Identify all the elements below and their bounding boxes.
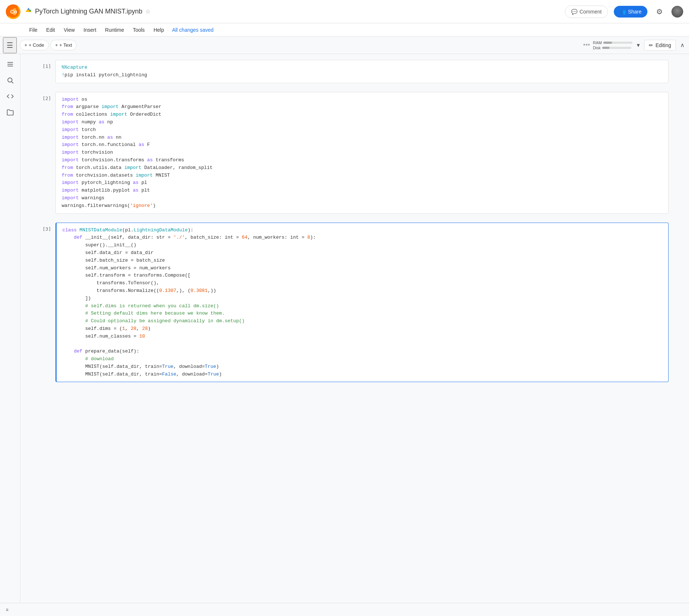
- code-line: transforms.Normalize((0.1307,), (0.3081,…: [62, 287, 662, 295]
- ram-progress-fill: [603, 42, 612, 44]
- avatar[interactable]: [671, 6, 683, 18]
- comment-icon: 💬: [571, 9, 577, 15]
- add-text-label: + Text: [59, 42, 72, 48]
- code-line: transforms.ToTensor(),: [62, 280, 662, 287]
- layout: [1] %%capture !pip install pytorch_light…: [0, 54, 689, 616]
- menu-runtime[interactable]: Runtime: [101, 26, 128, 34]
- sidebar-code-icon[interactable]: [3, 89, 18, 104]
- code-line: # Could optionally be assigned dynamical…: [62, 317, 662, 325]
- comment-button[interactable]: 💬 Comment: [565, 5, 608, 18]
- code-line: self.data_dir = data_dir: [62, 249, 662, 257]
- cell-3-content[interactable]: class MNISTDataModule(pl.LightningDataMo…: [55, 223, 669, 382]
- share-label: Share: [628, 9, 642, 15]
- expand-ram-button[interactable]: ▾: [635, 40, 641, 50]
- dots-icon: •••: [583, 41, 590, 49]
- all-changes-saved: All changes saved: [172, 27, 213, 33]
- plus-code-icon: +: [24, 42, 27, 48]
- notebook-area: [1] %%capture !pip install pytorch_light…: [26, 54, 683, 391]
- code-line: # Setting default dims here because we k…: [62, 310, 662, 317]
- code-line: import torchvision: [62, 149, 662, 157]
- menu-file[interactable]: File: [26, 26, 41, 34]
- cell-1: [1] %%capture !pip install pytorch_light…: [41, 60, 669, 83]
- code-line: self.batch_size = batch_size: [62, 257, 662, 265]
- logo-circle: Co: [6, 4, 20, 19]
- code-line: [62, 340, 662, 348]
- cell-2: [2] import os from argparse import Argum…: [41, 92, 669, 214]
- menu-insert[interactable]: Insert: [80, 26, 100, 34]
- code-line: super().__init__(): [62, 242, 662, 249]
- menu-tools[interactable]: Tools: [129, 26, 149, 34]
- add-text-button[interactable]: + + Text: [50, 40, 77, 50]
- sidebar-files-icon[interactable]: [3, 105, 18, 120]
- code-line: import warnings: [62, 195, 662, 202]
- sidebar-toc-icon[interactable]: [3, 57, 18, 72]
- cell-separator-1: [41, 86, 669, 92]
- svg-text:Co: Co: [10, 9, 17, 15]
- code-line: self.num_workers = num_workers: [62, 265, 662, 272]
- svg-point-7: [8, 78, 12, 82]
- cell-3-number: [3]: [41, 223, 55, 232]
- code-line: MNIST(self.data_dir, train=False, downlo…: [62, 371, 662, 378]
- disk-progress-fill: [602, 47, 609, 49]
- menu-help[interactable]: Help: [150, 26, 168, 34]
- code-line: import torch.nn as nn: [62, 134, 662, 142]
- code-line: # download: [62, 355, 662, 363]
- editing-label: Editing: [655, 42, 671, 48]
- add-code-button[interactable]: + + Code: [20, 40, 49, 50]
- ram-progress-bar: [603, 42, 632, 44]
- code-line: ]): [62, 295, 662, 303]
- colab-logo: Co: [6, 4, 20, 19]
- header: Co PyTorch Lightning GAN MNIST.ipynb ☆ 💬…: [0, 0, 689, 23]
- code-line: from collections import OrderedDict: [62, 111, 662, 119]
- editing-button[interactable]: ✏ Editing: [644, 40, 676, 51]
- sidebar-search-icon[interactable]: [3, 73, 18, 88]
- code-line: from torchvision.datasets import MNIST: [62, 172, 662, 180]
- toolbar: ☰ + + Code + + Text ••• RAM Disk ▾: [0, 36, 689, 54]
- code-line: from torch.utils.data import DataLoader,…: [62, 164, 662, 172]
- bottom-icon: ≡: [6, 607, 8, 612]
- code-line: MNIST(self.data_dir, train=True, downloa…: [62, 363, 662, 371]
- cell-2-content[interactable]: import os from argparse import ArgumentP…: [55, 92, 669, 214]
- cell-1-number: [1]: [41, 60, 55, 69]
- code-line: from argparse import ArgumentParser: [62, 103, 662, 111]
- cell-1-content[interactable]: %%capture !pip install pytorch_lightning: [55, 60, 669, 83]
- header-actions: 💬 Comment 👥 Share ⚙: [565, 4, 683, 19]
- code-line: def prepare_data(self):: [62, 348, 662, 355]
- code-line: self.dims = (1, 28, 28): [62, 325, 662, 333]
- cell-2-number: [2]: [41, 92, 55, 101]
- share-button[interactable]: 👥 Share: [614, 6, 647, 18]
- cell-3: [3] class MNISTDataModule(pl.LightningDa…: [41, 223, 669, 382]
- add-code-label: + Code: [29, 42, 44, 48]
- code-line: import pytorch_lightning as pl: [62, 179, 662, 187]
- disk-label: Disk: [593, 46, 601, 50]
- code-line: self.transform = transforms.Compose([: [62, 272, 662, 280]
- toolbar-right: ••• RAM Disk ▾ ✏ Editing ∧: [583, 40, 686, 51]
- bottom-bar: ≡: [0, 603, 689, 616]
- cell-separator-2: [41, 217, 669, 223]
- menu-bar: File Edit View Insert Runtime Tools Help…: [0, 23, 689, 36]
- menu-edit[interactable]: Edit: [43, 26, 59, 34]
- star-icon[interactable]: ☆: [145, 8, 150, 15]
- main-content: [1] %%capture !pip install pytorch_light…: [20, 54, 689, 616]
- code-line: warnings.filterwarnings('ignore'): [62, 202, 662, 210]
- disk-progress-bar: [602, 47, 631, 49]
- avatar-image: [671, 6, 683, 18]
- collapse-button[interactable]: ∧: [679, 40, 686, 50]
- code-line: import torch.nn.functional as F: [62, 141, 662, 149]
- code-line: import os: [62, 96, 662, 104]
- comment-label: Comment: [580, 9, 602, 15]
- code-line: class MNISTDataModule(pl.LightningDataMo…: [62, 227, 662, 234]
- settings-button[interactable]: ⚙: [653, 4, 666, 19]
- hamburger-button[interactable]: ☰: [3, 37, 17, 53]
- code-line: def __init__(self, data_dir: str = './',…: [62, 234, 662, 242]
- code-line: # self.dims is returned when you call dm…: [62, 303, 662, 310]
- person-add-icon: 👥: [620, 9, 626, 15]
- drive-icon: [25, 7, 32, 16]
- code-line: import torch: [62, 126, 662, 134]
- file-name[interactable]: PyTorch Lightning GAN MNIST.ipynb: [35, 8, 142, 15]
- code-line: %%capture: [62, 64, 662, 72]
- code-line: self.num_classes = 10: [62, 333, 662, 340]
- code-line: !pip install pytorch_lightning: [62, 72, 662, 79]
- code-line: import matplotlib.pyplot as plt: [62, 187, 662, 195]
- menu-view[interactable]: View: [60, 26, 78, 34]
